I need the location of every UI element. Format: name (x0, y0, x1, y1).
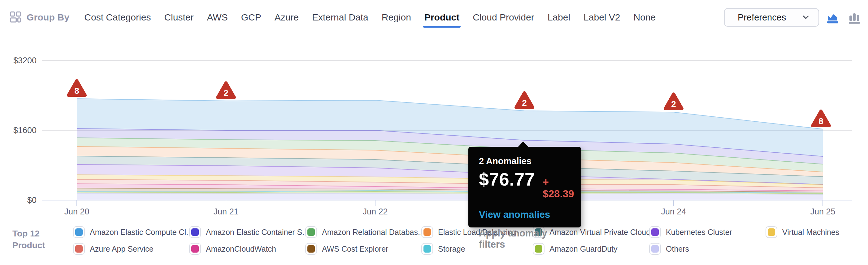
legend-label: Storage (438, 244, 465, 254)
legend-label: Others (666, 244, 689, 254)
x-axis-label: Jun 21 (198, 207, 254, 217)
legend-label: Amazon Elastic Compute Cl... (90, 228, 192, 237)
legend-swatch (73, 226, 85, 238)
legend-swatch (305, 243, 317, 255)
legend-item-aws-cost-explorer[interactable]: AWS Cost Explorer (305, 242, 388, 256)
legend-item-kubernetes-cluster[interactable]: Kubernetes Cluster (649, 225, 732, 239)
x-axis-label: Jun 25 (795, 207, 851, 217)
tooltip-amount: $76.77 (479, 169, 535, 190)
legend-label: Kubernetes Cluster (666, 228, 732, 237)
anomaly-marker[interactable]: 8 (811, 109, 831, 128)
legend-item-storage[interactable]: Storage (421, 242, 465, 256)
anomaly-marker[interactable]: 2 (514, 91, 535, 109)
legend-swatch (305, 226, 317, 238)
legend-item-amazon-elastic-compute-cl-[interactable]: Amazon Elastic Compute Cl... (73, 225, 192, 239)
legend-title: Top 12 Product (12, 228, 45, 251)
legend-swatch (73, 243, 85, 255)
legend-swatch (421, 226, 433, 238)
anomaly-tooltip: 2 Anomalies $76.77 + $28.39 View anomali… (468, 147, 581, 228)
legend-label: Amazon Elastic Container S... (206, 228, 309, 237)
view-anomalies-link[interactable]: View anomalies (479, 209, 572, 220)
legend-label: Virtual Machines (782, 228, 839, 237)
legend-item-azure-app-service[interactable]: Azure App Service (73, 242, 154, 256)
anomaly-count: 2 (671, 99, 676, 109)
legend-swatch (766, 226, 777, 238)
legend-label: Azure App Service (90, 244, 154, 254)
tooltip-title: 2 Anomalies (479, 156, 572, 166)
legend-title-line2: Product (12, 240, 45, 251)
legend-item-virtual-machines[interactable]: Virtual Machines (766, 225, 839, 239)
legend-item-amazon-relational-databas-[interactable]: Amazon Relational Databas... (305, 225, 425, 239)
y-axis-label: $0 (2, 195, 36, 206)
x-axis-label: Jun 22 (347, 207, 403, 217)
legend-label: AmazonCloudWatch (206, 244, 276, 254)
cost-chart: $3200$1600$0Jun 20Jun 21Jun 22Jun 23Jun … (0, 34, 868, 220)
anomaly-count: 2 (522, 98, 527, 108)
area-others[interactable] (77, 193, 823, 200)
legend-swatch (189, 226, 201, 238)
legend-label: Amazon Relational Databas... (322, 228, 425, 237)
x-axis-label: Jun 24 (646, 207, 702, 217)
legend-item-amazon-elastic-container-s-[interactable]: Amazon Elastic Container S... (189, 225, 309, 239)
anomaly-count: 2 (223, 88, 228, 98)
apply-anomaly-filters-link[interactable]: Apply anomaly filters (479, 228, 572, 250)
legend-title-line1: Top 12 (12, 228, 45, 240)
tooltip-amount-row: $76.77 + $28.39 (479, 169, 572, 200)
legend-label: AWS Cost Explorer (322, 244, 388, 254)
legend-item-others[interactable]: Others (649, 242, 689, 256)
x-axis-label: Jun 20 (49, 207, 105, 217)
anomaly-marker[interactable]: 8 (67, 79, 87, 98)
legend-swatch (421, 243, 433, 255)
chart-legend: Top 12 Product Amazon Elastic Compute Cl… (0, 220, 868, 265)
y-axis-label: $3200 (2, 55, 36, 66)
cost-dashboard: Group By Cost CategoriesClusterAWSGCPAzu… (0, 0, 868, 265)
legend-item-amazoncloudwatch[interactable]: AmazonCloudWatch (189, 242, 276, 256)
legend-swatch (649, 243, 661, 255)
anomaly-count: 8 (818, 116, 824, 126)
anomaly-marker[interactable]: 2 (663, 92, 684, 111)
anomaly-marker[interactable]: 2 (216, 81, 236, 100)
legend-swatch (189, 243, 201, 255)
legend-swatch (649, 226, 661, 238)
anomaly-count: 8 (74, 86, 79, 96)
tooltip-delta: + $28.39 (542, 176, 574, 200)
y-axis-label: $1600 (2, 125, 36, 136)
